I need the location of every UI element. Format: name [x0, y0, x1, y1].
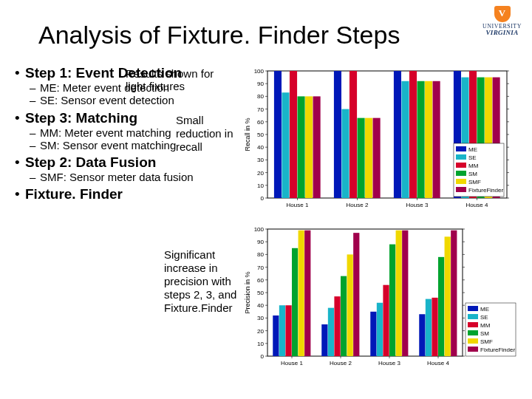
svg-text:90: 90 — [257, 81, 264, 87]
svg-text:50: 50 — [257, 132, 264, 138]
svg-text:30: 30 — [257, 157, 264, 163]
svg-text:FixtureFinder: FixtureFinder — [480, 347, 515, 353]
svg-rect-158 — [468, 347, 478, 352]
svg-rect-39 — [305, 96, 313, 198]
svg-text:House 1: House 1 — [287, 202, 309, 208]
svg-text:70: 70 — [257, 106, 264, 113]
slide-title: Analysis of Fixture. Finder Steps — [0, 0, 532, 50]
svg-text:20: 20 — [257, 328, 264, 335]
svg-text:Recall in %: Recall in % — [244, 117, 251, 151]
svg-rect-127 — [347, 254, 353, 356]
svg-rect-131 — [370, 312, 376, 356]
svg-rect-143 — [445, 236, 451, 356]
svg-rect-134 — [389, 245, 395, 356]
svg-text:60: 60 — [257, 277, 264, 284]
svg-text:House 3: House 3 — [378, 360, 400, 366]
step1-me: ME: Meter event detection — [13, 81, 205, 94]
note-precision: Significant increase in precision with s… — [164, 248, 245, 315]
svg-text:SM: SM — [468, 171, 477, 177]
precision-chart: 0102030405060708090100Precision in %Hous… — [241, 223, 517, 371]
svg-text:40: 40 — [257, 144, 264, 151]
svg-text:80: 80 — [257, 251, 264, 258]
svg-text:0: 0 — [261, 195, 265, 202]
svg-rect-124 — [328, 308, 334, 356]
svg-rect-52 — [401, 81, 409, 198]
svg-rect-43 — [334, 71, 341, 198]
svg-text:90: 90 — [257, 239, 264, 245]
svg-rect-51 — [394, 71, 401, 198]
note-recall: Small reduction in recall — [176, 114, 235, 154]
svg-rect-45 — [349, 71, 357, 198]
svg-rect-133 — [383, 285, 389, 356]
svg-rect-125 — [334, 296, 340, 356]
logo-line2: VIRGINIA — [482, 30, 522, 36]
svg-rect-37 — [290, 71, 297, 198]
step2-title: Step 2: Data Fusion — [13, 154, 205, 171]
svg-rect-118 — [292, 248, 298, 356]
slide-content: Results shown for light fixtures Step 1:… — [13, 65, 525, 392]
svg-text:House 4: House 4 — [427, 360, 449, 366]
svg-text:ME: ME — [480, 306, 489, 313]
svg-text:40: 40 — [257, 302, 264, 309]
svg-rect-120 — [304, 231, 310, 356]
svg-rect-154 — [468, 330, 478, 335]
svg-rect-123 — [321, 324, 327, 356]
svg-rect-126 — [341, 276, 347, 356]
university-logo: UNIVERSITY VIRGINIA — [482, 6, 522, 36]
svg-text:House 4: House 4 — [466, 202, 488, 208]
svg-text:50: 50 — [257, 290, 264, 296]
svg-text:House 1: House 1 — [281, 360, 303, 366]
recall-chart: 0102030405060708090100Recall in %House 1… — [241, 65, 517, 213]
svg-text:SMF: SMF — [468, 179, 481, 185]
svg-rect-56 — [433, 81, 440, 198]
step1-title: Step 1: Event Detection — [13, 65, 205, 81]
svg-rect-156 — [468, 338, 478, 344]
svg-rect-68 — [456, 146, 466, 151]
step2-smf: SMF: Sensor meter data fusion — [13, 171, 205, 183]
svg-rect-44 — [341, 109, 349, 198]
svg-rect-128 — [353, 233, 359, 356]
svg-rect-140 — [426, 299, 432, 356]
svg-rect-115 — [273, 316, 279, 356]
charts-area: 0102030405060708090100Recall in %House 1… — [241, 65, 517, 381]
svg-rect-55 — [425, 81, 432, 198]
svg-text:100: 100 — [254, 226, 265, 233]
svg-rect-132 — [377, 303, 383, 356]
svg-text:SMF: SMF — [480, 338, 493, 345]
svg-rect-36 — [282, 92, 289, 198]
svg-text:10: 10 — [257, 183, 264, 189]
svg-text:SM: SM — [480, 330, 489, 337]
svg-text:20: 20 — [257, 170, 264, 177]
svg-rect-152 — [468, 322, 478, 327]
svg-text:House 3: House 3 — [406, 202, 429, 208]
svg-rect-38 — [298, 96, 305, 198]
svg-text:70: 70 — [257, 265, 264, 271]
svg-rect-53 — [409, 71, 417, 198]
svg-text:10: 10 — [257, 341, 264, 347]
svg-rect-78 — [456, 187, 466, 192]
svg-rect-116 — [279, 305, 285, 356]
svg-rect-136 — [402, 231, 408, 356]
step1-se: SE: Sensor event detection — [13, 94, 205, 106]
svg-rect-76 — [456, 179, 466, 184]
svg-rect-72 — [456, 163, 466, 168]
svg-rect-46 — [358, 118, 365, 198]
svg-text:100: 100 — [254, 68, 265, 75]
svg-text:80: 80 — [257, 93, 264, 100]
svg-text:SE: SE — [468, 154, 477, 161]
svg-rect-74 — [456, 171, 466, 176]
svg-text:House 2: House 2 — [330, 360, 352, 366]
svg-rect-148 — [468, 306, 478, 311]
svg-text:0: 0 — [261, 353, 265, 360]
svg-text:ME: ME — [468, 146, 477, 153]
svg-text:30: 30 — [257, 315, 264, 321]
svg-text:MM: MM — [468, 163, 479, 169]
svg-text:SE: SE — [480, 314, 488, 321]
svg-rect-141 — [432, 298, 437, 356]
svg-text:MM: MM — [480, 322, 491, 329]
svg-rect-135 — [396, 231, 402, 356]
logo-shield-icon — [494, 6, 511, 22]
svg-rect-35 — [274, 71, 282, 198]
svg-rect-70 — [456, 154, 466, 160]
svg-rect-48 — [373, 118, 381, 198]
